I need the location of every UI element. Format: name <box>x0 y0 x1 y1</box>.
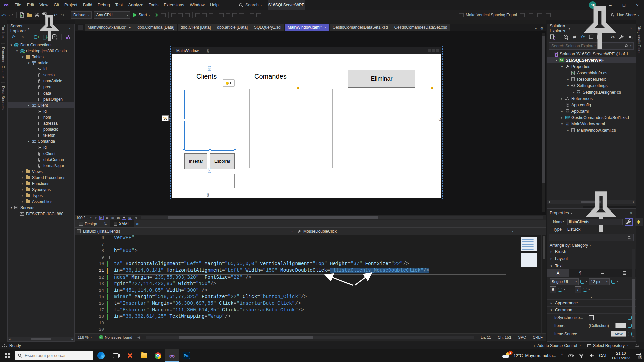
code-line-16[interactable]: 16t="Insertar" Margin="36,300,697,85" Cl… <box>75 300 546 307</box>
items-collection-button[interactable]: ... <box>615 323 626 328</box>
server-item-adressa[interactable]: adressa <box>8 120 74 126</box>
grid-icon[interactable]: ▦ <box>105 216 109 220</box>
server-item-assemblies[interactable]: ▸Assemblies <box>8 199 74 205</box>
line-ending-indicator[interactable]: CRLF <box>529 335 546 339</box>
designer-horizontal-scrollbar[interactable] <box>141 216 543 219</box>
expander-icon[interactable]: ▾ <box>20 55 25 59</box>
xaml-code-editor[interactable]: 6verWPF"78h="800">9−10ts" HorizontalAlig… <box>75 235 546 333</box>
expander-icon[interactable]: ▸ <box>560 97 565 100</box>
doc-tab-gestiocomandesdataset-xsd[interactable]: GestioComandesDataSet.xsd <box>391 24 450 31</box>
connect-to-database-icon[interactable] <box>33 34 40 40</box>
toolbar-icon[interactable] <box>239 13 244 17</box>
advanced-options-icon[interactable] <box>628 332 632 336</box>
resize-handle[interactable] <box>209 88 211 90</box>
toolbar-icon[interactable] <box>202 13 207 17</box>
editor-horizontal-scrollbar[interactable] <box>146 336 474 339</box>
taskbar-file-explorer[interactable] <box>137 349 151 362</box>
side-tab-diagnostic-tools[interactable]: Diagnostic Tools <box>637 22 641 57</box>
editor-vertical-scrollbar[interactable] <box>541 235 546 333</box>
properties-search-box[interactable] <box>549 234 634 241</box>
add-to-source-control-button[interactable]: ↑ Add to Source Control ▲ <box>533 343 581 348</box>
doc-tab-dbo-client-data[interactable]: dbo.Client [Data] <box>178 24 214 31</box>
start-debug-button[interactable]: Start▾ <box>133 13 150 17</box>
server-item-desktop-jccl880-gestio[interactable]: ▾desktop-jccl880.Gestio <box>8 48 74 54</box>
code-line-10[interactable]: 10ts" HorizontalAlignment="Left" Margin=… <box>75 261 546 267</box>
pin-icon[interactable]: ● <box>128 26 132 29</box>
server-item-paisorigen[interactable]: paisOrigen <box>8 96 74 102</box>
resize-handle[interactable] <box>183 149 185 152</box>
collapse-all-icon[interactable] <box>588 34 594 40</box>
expander-icon[interactable]: ▾ <box>15 49 19 53</box>
panel-menu-icon[interactable]: ▾ <box>26 27 31 31</box>
server-item-views[interactable]: ▸Views <box>8 169 74 175</box>
server-item-id[interactable]: Id <box>8 144 74 150</box>
event-selector-dropdown[interactable]: MouseDoubleClick ▾ <box>295 228 515 235</box>
solution-search-input[interactable] <box>551 44 625 48</box>
taskbar-app-x[interactable] <box>123 349 137 362</box>
solution-item-mainwindow-xaml-cs[interactable]: ▸MainWindow.xaml.cs <box>547 127 636 133</box>
notifications-bell-icon[interactable] <box>635 343 639 348</box>
server-item-poblacio[interactable]: poblacio <box>8 126 74 132</box>
column-indicator[interactable]: Ch: 151 <box>494 335 515 339</box>
arrange-by-dropdown[interactable]: Arrange by: Category▾ <box>547 242 636 248</box>
tab-options-icon[interactable]: ⚙ <box>540 26 543 31</box>
doc-tab-dbo-article-data[interactable]: dbo.article [Data] <box>214 24 251 31</box>
menu-edit[interactable]: Edit <box>24 3 37 7</box>
view-code-icon[interactable]: <> <box>610 34 616 40</box>
anchor-grip-icon[interactable]: § <box>207 192 209 197</box>
scroll-right-icon[interactable]: ▶ <box>72 338 73 341</box>
expander-icon[interactable]: ▸ <box>20 200 25 203</box>
show-all-files-icon[interactable] <box>627 34 633 40</box>
menu-view[interactable]: View <box>37 3 51 7</box>
swap-panes-icon[interactable]: ⇅ <box>101 222 109 226</box>
properties-icon[interactable] <box>618 34 624 40</box>
code-line-18[interactable]: 18in="36,362,614,25" TextWrapping="Wrap"… <box>75 313 546 320</box>
new-project-icon[interactable] <box>19 12 25 18</box>
hierarchy-icon[interactable] <box>65 34 72 40</box>
tab-xaml[interactable]: XAML <box>110 220 134 228</box>
server-item-servers[interactable]: ▾Servers <box>8 205 74 211</box>
font-family-dropdown[interactable]: Segoe UI▾ <box>550 278 579 285</box>
expand-more-icon[interactable]: ⌄ <box>547 294 636 300</box>
toolbar-icon[interactable] <box>195 13 200 17</box>
element-name-input[interactable] <box>567 219 623 225</box>
font-brush-icon[interactable] <box>580 280 584 284</box>
collapse-region-icon[interactable]: − <box>109 256 113 259</box>
title-search[interactable]: Search ▾ <box>239 0 262 10</box>
cortana-icon[interactable] <box>97 352 105 359</box>
weather-widget[interactable]: 1 12°C Mayorm. nubla... <box>502 352 556 359</box>
resize-handle[interactable] <box>209 149 211 152</box>
select-repository-button[interactable]: Select Repository ▲ <box>587 343 629 348</box>
server-item-seccio[interactable]: seccio <box>8 72 74 78</box>
insertar-button[interactable]: Insertar <box>184 153 207 169</box>
events-mode-icon[interactable] <box>635 218 643 226</box>
design-canvas[interactable]: MainWindow Clients Comandes Eliminar <box>172 47 441 198</box>
expander-icon[interactable]: ▾ <box>26 104 31 107</box>
right-anchor-icon[interactable]: ↺ <box>438 117 442 122</box>
code-line-15[interactable]: 15minar" Margin="518,51,77,325" FontSize… <box>75 294 546 300</box>
menu-file[interactable]: File <box>12 3 24 7</box>
server-item-stored-procedures[interactable]: ▸Stored Procedures <box>8 175 74 181</box>
switch-views-icon[interactable]: ⇄ <box>571 34 577 40</box>
properties-scrollbar[interactable]: ▾ <box>632 249 635 339</box>
font-tab[interactable]: A <box>547 269 569 277</box>
code-line-9[interactable]: 9− <box>75 254 546 261</box>
server-item-data[interactable]: data <box>8 90 74 96</box>
properties-search-input[interactable] <box>551 235 627 240</box>
resize-handle[interactable] <box>234 119 236 121</box>
anchor-grip-icon[interactable]: § <box>207 48 209 53</box>
editor-zoom-dropdown[interactable]: 118 %▾ <box>75 335 94 339</box>
taskbar-chrome[interactable] <box>151 349 165 362</box>
taskbar-photoshop[interactable]: Ps <box>179 349 193 362</box>
server-item-functions[interactable]: ▸Functions <box>8 181 74 187</box>
server-item-tables[interactable]: ▾Tables <box>8 54 74 60</box>
side-tab-toolbox[interactable]: Toolbox <box>1 22 5 42</box>
bold-brush-icon[interactable] <box>558 288 562 292</box>
itemssource-new-button[interactable]: New <box>611 331 626 337</box>
stop-refresh-icon[interactable]: × <box>19 34 26 40</box>
code-line-19[interactable]: 19 <box>75 320 546 327</box>
refresh-icon[interactable]: ⟳ <box>10 34 17 40</box>
detail-listbox[interactable] <box>332 89 433 168</box>
expander-icon[interactable]: ▸ <box>560 110 565 113</box>
horizontal-scrollbar[interactable]: ◀ ▶ <box>8 337 74 341</box>
